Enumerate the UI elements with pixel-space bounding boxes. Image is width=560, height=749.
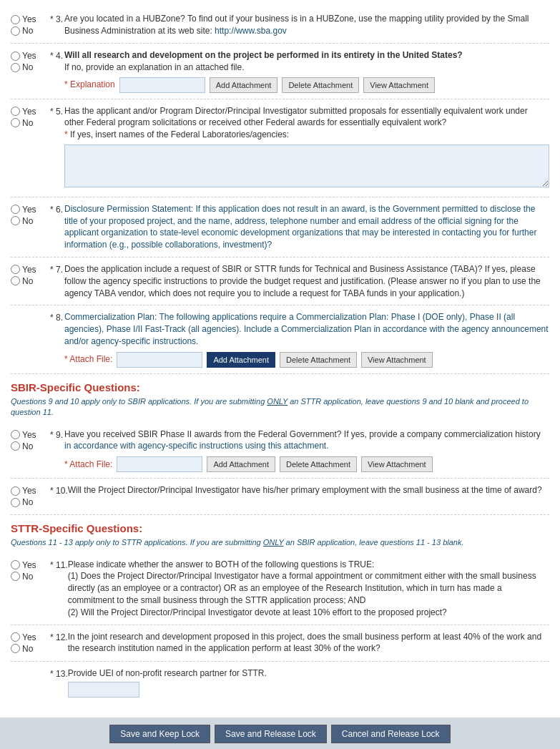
radio-group-12: Yes No bbox=[11, 631, 50, 655]
q-content-12: In the joint research and development pr… bbox=[68, 631, 549, 655]
radio-yes-6[interactable]: Yes bbox=[11, 205, 50, 215]
radio-yes-9[interactable]: Yes bbox=[11, 430, 50, 440]
question-row-9: Yes No * 9. Have you received SBIR Phase… bbox=[11, 423, 549, 479]
radio-no-9[interactable]: No bbox=[11, 441, 50, 451]
q-content-7: Does the application include a request o… bbox=[64, 263, 549, 299]
q-num-5: * 5. bbox=[50, 105, 64, 117]
radio-no-11[interactable]: No bbox=[11, 572, 50, 582]
radio-no-label-7: No bbox=[22, 276, 33, 286]
q-num-12: * 12. bbox=[50, 631, 68, 642]
radio-no-input-6[interactable] bbox=[11, 216, 20, 225]
radio-no-10[interactable]: No bbox=[11, 497, 50, 507]
radio-yes-input-3[interactable] bbox=[11, 15, 20, 24]
q8-attach-row: * Attach File: Add Attachment Delete Att… bbox=[64, 352, 549, 368]
radio-no-label-9: No bbox=[22, 441, 33, 451]
radio-yes-3[interactable]: Yes bbox=[11, 14, 50, 24]
q4-add-attachment-btn[interactable]: Add Attachment bbox=[210, 77, 278, 93]
q-content-13: Provide UEI of non-profit research partn… bbox=[68, 667, 549, 698]
sba-link[interactable]: http://www.sba.gov bbox=[215, 26, 287, 36]
q4-explanation-label: * Explanation bbox=[64, 79, 115, 91]
q8-add-attachment-btn[interactable]: Add Attachment bbox=[207, 352, 275, 368]
radio-yes-input-4[interactable] bbox=[11, 52, 20, 61]
q-content-11: Please indicate whether the answer to BO… bbox=[68, 559, 549, 619]
q4-delete-attachment-btn[interactable]: Delete Attachment bbox=[282, 77, 359, 93]
q9-view-attachment-btn[interactable]: View Attachment bbox=[361, 456, 433, 472]
q-num-9: * 9. bbox=[50, 429, 64, 440]
radio-no-6[interactable]: No bbox=[11, 216, 50, 226]
sbir-note: Questions 9 and 10 apply only to SBIR ap… bbox=[11, 396, 549, 418]
radio-yes-5[interactable]: Yes bbox=[11, 107, 50, 117]
q4-explanation-input[interactable] bbox=[119, 77, 205, 93]
q9-delete-attachment-btn[interactable]: Delete Attachment bbox=[280, 456, 357, 472]
radio-no-input-5[interactable] bbox=[11, 118, 20, 127]
q5-federal-labs-textarea[interactable] bbox=[64, 145, 549, 187]
footer-bar: Save and Keep Lock Save and Release Lock… bbox=[0, 718, 560, 749]
q8-attach-input[interactable] bbox=[117, 352, 202, 368]
radio-yes-label-10: Yes bbox=[22, 486, 36, 496]
radio-yes-label-9: Yes bbox=[22, 430, 36, 440]
save-release-lock-button[interactable]: Save and Release Lock bbox=[215, 725, 327, 743]
save-keep-lock-button[interactable]: Save and Keep Lock bbox=[109, 725, 210, 743]
radio-yes-input-11[interactable] bbox=[11, 560, 20, 569]
radio-yes-input-9[interactable] bbox=[11, 430, 20, 439]
radio-no-input-11[interactable] bbox=[11, 572, 20, 581]
radio-yes-label-3: Yes bbox=[22, 14, 36, 24]
radio-yes-7[interactable]: Yes bbox=[11, 265, 50, 275]
q8-attach-label: * Attach File: bbox=[64, 353, 112, 366]
radio-no-label-3: No bbox=[22, 26, 33, 36]
radio-no-label-4: No bbox=[22, 62, 33, 72]
question-row-12: Yes No * 12. In the joint research and d… bbox=[11, 625, 549, 662]
radio-yes-input-12[interactable] bbox=[11, 632, 20, 642]
radio-no-7[interactable]: No bbox=[11, 276, 50, 286]
cancel-release-lock-button[interactable]: Cancel and Release Lock bbox=[331, 725, 451, 743]
question-row-4: Yes No * 4. Will all research and develo… bbox=[11, 44, 549, 99]
q9-attach-label: * Attach File: bbox=[64, 459, 112, 471]
q-content-8: Commercialization Plan: The following ap… bbox=[64, 311, 549, 367]
radio-group-10: Yes No bbox=[11, 484, 50, 509]
radio-yes-label-6: Yes bbox=[22, 205, 36, 215]
q13-uei-input[interactable] bbox=[68, 682, 139, 697]
radio-no-input-10[interactable] bbox=[11, 498, 20, 507]
radio-no-12[interactable]: No bbox=[11, 644, 50, 654]
radio-no-input-7[interactable] bbox=[11, 276, 20, 285]
q4-bold: Will all research and development on the… bbox=[64, 50, 463, 60]
q-num-7: * 7. bbox=[50, 263, 64, 275]
q8-text: Commercialization Plan: The following ap… bbox=[64, 312, 549, 346]
q4-field-row: * Explanation Add Attachment Delete Atta… bbox=[64, 77, 549, 93]
radio-yes-4[interactable]: Yes bbox=[11, 51, 50, 61]
q6-text: Disclosure Permission Statement: If this… bbox=[64, 204, 536, 250]
q9-blue: in accordance with agency-specific instr… bbox=[64, 441, 329, 451]
radio-yes-input-7[interactable] bbox=[11, 265, 20, 274]
radio-no-input-4[interactable] bbox=[11, 63, 20, 72]
radio-yes-input-10[interactable] bbox=[11, 486, 20, 496]
radio-no-4[interactable]: No bbox=[11, 62, 50, 72]
q-num-8: * 8. bbox=[50, 311, 64, 323]
q9-attach-row: * Attach File: Add Attachment Delete Att… bbox=[64, 456, 549, 472]
radio-no-3[interactable]: No bbox=[11, 26, 50, 36]
radio-no-input-3[interactable] bbox=[11, 26, 20, 36]
radio-yes-10[interactable]: Yes bbox=[11, 486, 50, 496]
q-num-4: * 4. bbox=[50, 49, 64, 61]
radio-yes-input-6[interactable] bbox=[11, 205, 20, 214]
q8-view-attachment-btn[interactable]: View Attachment bbox=[361, 352, 433, 368]
q9-attach-input[interactable] bbox=[117, 456, 202, 472]
q-content-6: Disclosure Permission Statement: If this… bbox=[64, 203, 549, 251]
q4-view-attachment-btn[interactable]: View Attachment bbox=[363, 77, 435, 93]
q-content-4: Will all research and development on the… bbox=[64, 49, 549, 93]
q8-delete-attachment-btn[interactable]: Delete Attachment bbox=[280, 352, 357, 368]
q-content-9: Have you received SBIR Phase II awards f… bbox=[64, 429, 549, 473]
question-row-13: * 13. Provide UEI of non-profit research… bbox=[11, 662, 549, 704]
q-content-5: Has the applicant and/or Program Directo… bbox=[64, 105, 549, 191]
form-container: Yes No * 3. Are you located in a HUBZone… bbox=[0, 0, 560, 710]
radio-yes-11[interactable]: Yes bbox=[11, 560, 50, 570]
radio-yes-12[interactable]: Yes bbox=[11, 632, 50, 642]
radio-no-label-12: No bbox=[22, 644, 33, 654]
radio-no-input-9[interactable] bbox=[11, 441, 20, 451]
radio-no-5[interactable]: No bbox=[11, 118, 50, 128]
radio-no-input-12[interactable] bbox=[11, 644, 20, 653]
radio-yes-input-5[interactable] bbox=[11, 107, 20, 116]
radio-group-5: Yes No bbox=[11, 105, 50, 129]
q-num-3: * 3. bbox=[50, 13, 64, 24]
q-num-13: * 13. bbox=[50, 667, 68, 679]
q9-add-attachment-btn[interactable]: Add Attachment bbox=[207, 456, 275, 472]
